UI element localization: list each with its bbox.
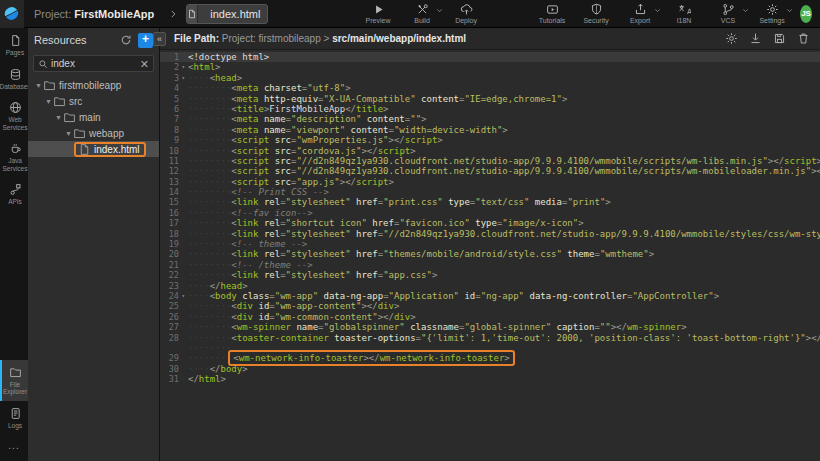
chevron-right-icon bbox=[168, 8, 178, 20]
code-line-content: ········<script src="//d2n849qz1ya930.cl… bbox=[184, 156, 820, 166]
sidebar-item-logs[interactable]: Logs bbox=[0, 401, 28, 435]
code-area[interactable]: 1<!doctype html>2▾<html>3▾····<head>4···… bbox=[160, 50, 820, 461]
sidebar-item-label: File Explorer bbox=[2, 381, 28, 396]
topbar-button-i18n[interactable]: AI18N bbox=[669, 3, 699, 24]
code-line-15[interactable]: 15········<link rel="stylesheet" href="p… bbox=[160, 197, 820, 207]
open-file-tab[interactable]: index.html bbox=[186, 4, 268, 24]
refresh-icon[interactable] bbox=[120, 34, 132, 46]
code-line-20[interactable]: 20········<link rel="stylesheet" href="t… bbox=[160, 249, 820, 259]
add-resource-button[interactable]: + bbox=[138, 33, 153, 48]
code-token: "//d2n849qz1ya930.cloudfront.net/studio-… bbox=[296, 166, 811, 176]
code-token: "print" bbox=[567, 197, 605, 207]
code-line-26[interactable]: 26········<div id="wm-common-content"></… bbox=[160, 312, 820, 322]
code-line-24[interactable]: 24▾····<body class="wm-app" data-ng-app=… bbox=[160, 291, 820, 301]
code-line-27[interactable]: 27········<wm-spinner name="globalspinne… bbox=[160, 322, 820, 332]
code-line-22[interactable]: 22········<link rel="stylesheet" href="a… bbox=[160, 270, 820, 280]
search-input[interactable] bbox=[51, 58, 140, 69]
code-line-3[interactable]: 3▾····<head> bbox=[160, 73, 820, 83]
topbar-button-build[interactable]: Build bbox=[407, 3, 437, 24]
topbar-button-vcs[interactable]: VCS bbox=[713, 3, 743, 24]
code-line-8[interactable]: 8········<meta name="viewport" content="… bbox=[160, 125, 820, 135]
code-line-content: ········<!--fav icon--> bbox=[184, 208, 313, 218]
code-line-4[interactable]: 4········<meta charset="utf-8"> bbox=[160, 83, 820, 93]
collapse-panel-button[interactable]: « bbox=[153, 32, 166, 46]
tree-item-name: index.html bbox=[94, 144, 140, 155]
code-token: > bbox=[437, 135, 442, 145]
fold-marker-icon[interactable]: ▾ bbox=[181, 73, 185, 83]
tree-item-firstmobileapp[interactable]: ▼firstmobileapp bbox=[28, 77, 159, 93]
fold-marker-icon[interactable]: ▾ bbox=[181, 62, 185, 72]
wavemaker-studio: Project: FirstMobileApp index.html Previ… bbox=[0, 0, 820, 461]
code-line-6[interactable]: 6········<title>FirstMobileApp</title> bbox=[160, 104, 820, 114]
app-logo[interactable] bbox=[0, 0, 24, 28]
code-token: type bbox=[443, 197, 470, 207]
sidebar-item-apis[interactable]: APIs bbox=[0, 177, 28, 211]
code-line-19[interactable]: 19········<!-- theme --> bbox=[160, 239, 820, 249]
clear-search-icon[interactable]: ✕ bbox=[140, 59, 149, 69]
top-bar: Project: FirstMobileApp index.html Previ… bbox=[0, 0, 820, 28]
sidebar-item-java-services[interactable]: Java Services bbox=[0, 136, 28, 177]
code-line-16[interactable]: 16········<!--fav icon--> bbox=[160, 208, 820, 218]
chevron-down-icon bbox=[742, 7, 749, 14]
chevron-expanded-icon[interactable]: ▼ bbox=[44, 98, 53, 105]
topbar-button-export[interactable]: Export bbox=[625, 3, 655, 24]
editor-settings-icon[interactable] bbox=[725, 32, 738, 45]
i18n-icon: A bbox=[678, 3, 691, 16]
tree-item-src[interactable]: ▼src bbox=[28, 93, 159, 109]
user-avatar[interactable]: JS bbox=[800, 5, 812, 23]
fold-marker-icon[interactable]: ▾ bbox=[181, 291, 185, 301]
code-line-13[interactable]: 13········<script src="app.js"></script> bbox=[160, 177, 820, 187]
topbar-tutorials: Tutorials bbox=[530, 3, 574, 24]
code-line-23[interactable]: 23····</head> bbox=[160, 281, 820, 291]
code-line-12[interactable]: 12········<script src="//d2n849qz1ya930.… bbox=[160, 166, 820, 176]
sidebar-item-pages[interactable]: Pages bbox=[0, 28, 28, 62]
code-token: <!--fav icon--> bbox=[231, 208, 312, 218]
code-line-content: ········<toaster-container toaster-optio… bbox=[184, 333, 820, 343]
topbar-button-security[interactable]: Security bbox=[581, 3, 611, 24]
code-token: "app.css" bbox=[383, 270, 432, 280]
code-line-11[interactable]: 11········<script src="//d2n849qz1ya930.… bbox=[160, 156, 820, 166]
resources-header: Resources + bbox=[28, 28, 159, 52]
tree-item-main[interactable]: ▼main bbox=[28, 109, 159, 125]
code-line-18[interactable]: 18········<link rel="stylesheet" href="/… bbox=[160, 229, 820, 239]
code-line-25[interactable]: 25········<div id="wm-app-content"></div… bbox=[160, 301, 820, 311]
delete-icon[interactable] bbox=[797, 32, 810, 45]
code-line-28[interactable]: 28········<toaster-container toaster-opt… bbox=[160, 333, 820, 343]
topbar-button-preview[interactable]: Preview bbox=[363, 3, 393, 24]
topbar-button-deploy[interactable]: Deploy bbox=[451, 3, 481, 24]
code-line-31[interactable]: 31</html> bbox=[160, 374, 820, 384]
code-line-29[interactable]: 29········<wm-network-info-toaster></wm-… bbox=[160, 353, 820, 363]
code-token: script bbox=[356, 177, 389, 187]
code-line-9[interactable]: 9········<script src="wmProperties.js"><… bbox=[160, 135, 820, 145]
save-icon[interactable] bbox=[773, 32, 786, 45]
code-line-5[interactable]: 5········<meta http-equiv="X-UA-Compatib… bbox=[160, 94, 820, 104]
line-number: 7 bbox=[160, 114, 184, 124]
chevron-expanded-icon[interactable]: ▼ bbox=[64, 130, 73, 137]
more-options-icon[interactable]: ... bbox=[0, 434, 28, 461]
code-line-14[interactable]: 14········<!-- Print CSS --> bbox=[160, 187, 820, 197]
tree-item-index-html[interactable]: index.html bbox=[28, 141, 159, 157]
code-line-2[interactable]: 2▾<html> bbox=[160, 62, 820, 72]
sidebar-item-file-explorer[interactable]: File Explorer bbox=[0, 360, 28, 401]
line-number: 13 bbox=[160, 177, 184, 187]
code-token: rel bbox=[258, 218, 280, 228]
sidebar-item-databases[interactable]: Databases bbox=[0, 62, 28, 96]
indent-whitespace: ········ bbox=[188, 146, 231, 156]
code-token: script bbox=[784, 156, 817, 166]
code-line-17[interactable]: 17········<link rel="shortcut icon" href… bbox=[160, 218, 820, 228]
indent-whitespace: ········ bbox=[188, 83, 231, 93]
line-number: 24▾ bbox=[160, 291, 184, 301]
code-token: > bbox=[237, 73, 242, 83]
download-icon[interactable] bbox=[749, 32, 762, 45]
sidebar-item-web-services[interactable]: Web Services bbox=[0, 95, 28, 136]
tree-item-webapp[interactable]: ▼webapp bbox=[28, 125, 159, 141]
code-line-10[interactable]: 10········<script src="cordova.js"></scr… bbox=[160, 146, 820, 156]
code-line-7[interactable]: 7········<meta name="description" conten… bbox=[160, 114, 820, 124]
chevron-expanded-icon[interactable]: ▼ bbox=[54, 114, 63, 121]
code-line-21[interactable]: 21········<!-- /theme --> bbox=[160, 260, 820, 270]
topbar-button-tutorials[interactable]: Tutorials bbox=[537, 3, 567, 24]
chevron-expanded-icon[interactable]: ▼ bbox=[34, 82, 43, 89]
topbar-button-settings[interactable]: Settings bbox=[757, 3, 787, 24]
code-line-content: ········<script src="wmProperties.js"></… bbox=[184, 135, 443, 145]
code-line-1[interactable]: 1<!doctype html> bbox=[160, 52, 820, 62]
